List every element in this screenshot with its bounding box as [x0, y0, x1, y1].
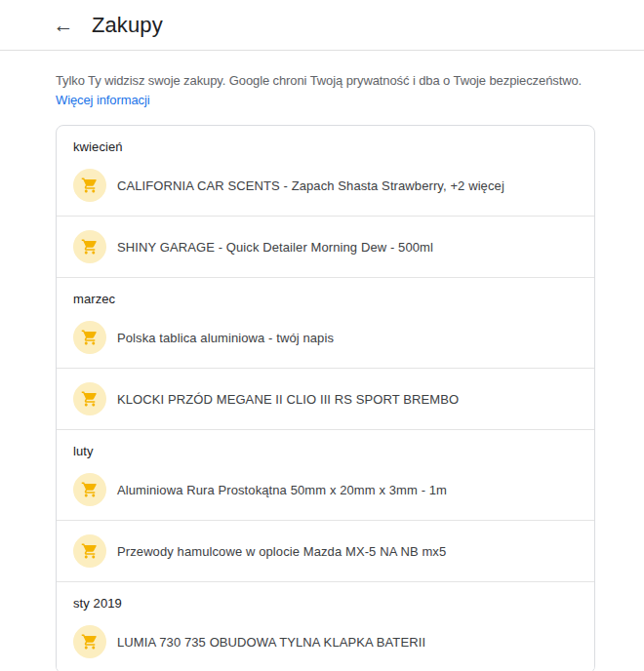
month-label: kwiecień — [57, 126, 594, 155]
more-info-link[interactable]: Więcej informacji — [56, 93, 150, 107]
month-label: luty — [57, 430, 594, 459]
app-header: ← Zakupy — [0, 0, 644, 51]
purchase-row[interactable]: Aluminiowa Rura Prostokątna 50mm x 20mm … — [57, 459, 594, 521]
purchases-card: kwiecień CALIFORNIA CAR SCENTS - Zapach … — [56, 125, 595, 671]
purchase-title: SHINY GARAGE - Quick Detailer Morning De… — [117, 240, 433, 255]
month-label: sty 2019 — [57, 582, 594, 612]
purchase-title: Polska tablica aluminiowa - twój napis — [117, 331, 334, 345]
purchase-row[interactable]: KLOCKI PRZÓD MEGANE II CLIO III RS SPORT… — [57, 369, 594, 430]
purchase-title: KLOCKI PRZÓD MEGANE II CLIO III RS SPORT… — [117, 392, 459, 407]
shopping-cart-icon — [73, 534, 106, 568]
month-section: marzec Polska tablica aluminiowa - twój … — [57, 278, 594, 430]
shopping-cart-icon — [73, 473, 106, 506]
privacy-notice: Tylko Ty widzisz swoje zakupy. Google ch… — [56, 71, 614, 110]
purchase-row[interactable]: SHINY GARAGE - Quick Detailer Morning De… — [57, 217, 594, 278]
purchase-title: Aluminiowa Rura Prostokątna 50mm x 20mm … — [117, 483, 447, 497]
purchase-title: Przewody hamulcowe w oplocie Mazda MX-5 … — [117, 544, 446, 559]
shopping-cart-icon — [73, 230, 106, 263]
shopping-cart-icon — [73, 169, 106, 202]
month-label: marzec — [57, 278, 594, 307]
purchase-title: LUMIA 730 735 OBUDOWA TYLNA KLAPKA BATER… — [117, 635, 425, 650]
shopping-cart-icon — [73, 625, 106, 658]
shopping-cart-icon — [73, 382, 106, 415]
month-section: kwiecień CALIFORNIA CAR SCENTS - Zapach … — [57, 126, 594, 278]
page-title: Zakupy — [92, 13, 163, 38]
purchase-row[interactable]: CALIFORNIA CAR SCENTS - Zapach Shasta St… — [57, 155, 594, 217]
purchase-title: CALIFORNIA CAR SCENTS - Zapach Shasta St… — [117, 178, 504, 193]
purchase-row[interactable]: Polska tablica aluminiowa - twój napis — [57, 307, 594, 369]
back-button[interactable]: ← — [51, 13, 76, 38]
back-arrow-icon: ← — [54, 14, 74, 36]
month-section: sty 2019 LUMIA 730 735 OBUDOWA TYLNA KLA… — [57, 582, 594, 671]
privacy-notice-text: Tylko Ty widzisz swoje zakupy. Google ch… — [56, 73, 582, 88]
month-section: luty Aluminiowa Rura Prostokątna 50mm x … — [57, 430, 594, 582]
purchase-row[interactable]: LUMIA 730 735 OBUDOWA TYLNA KLAPKA BATER… — [57, 612, 594, 671]
shopping-cart-icon — [73, 321, 106, 354]
purchase-row[interactable]: Przewody hamulcowe w oplocie Mazda MX-5 … — [57, 521, 594, 582]
